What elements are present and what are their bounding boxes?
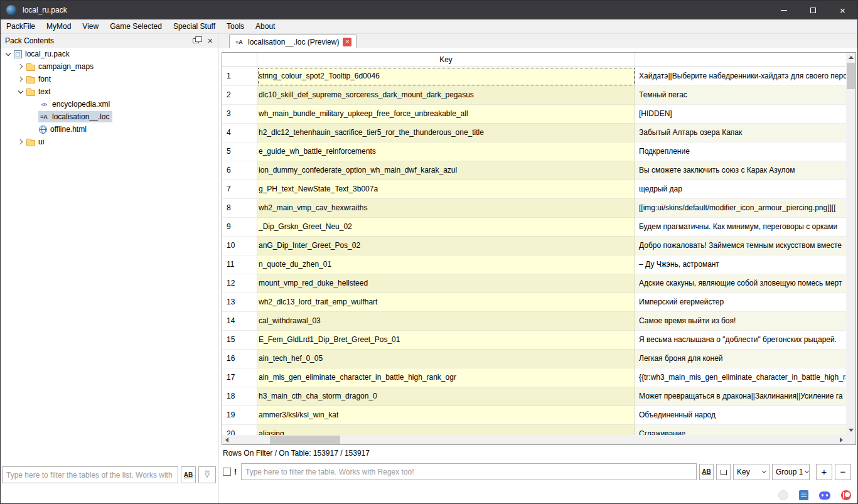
- table-row[interactable]: 18h3_main_cth_cha_storm_dragon_0Может пр…: [222, 387, 846, 406]
- panel-close-icon[interactable]: ×: [206, 36, 214, 45]
- value-cell[interactable]: Будем прагматичны. Как минимум, перегово…: [635, 218, 846, 237]
- key-cell[interactable]: anG_Dip_Inter_Greet_Pos_02: [257, 237, 635, 255]
- filter-column-select[interactable]: Key: [733, 464, 770, 480]
- table-row[interactable]: 6ion_dummy_confederate_option_wh_main_dw…: [222, 161, 846, 180]
- tree-filter-case-button[interactable]: AB: [181, 466, 196, 483]
- key-cell[interactable]: g_PH_text_NewState_Text_3b007a: [257, 180, 635, 199]
- menu-item-mymod[interactable]: MyMod: [41, 19, 77, 33]
- tree-item-local_ru.pack[interactable]: local_ru.pack: [1, 48, 218, 60]
- tree-filter-input[interactable]: [2, 466, 178, 483]
- menu-item-tools[interactable]: Tools: [221, 19, 250, 33]
- key-cell[interactable]: wh_main_bundle_military_upkeep_free_forc…: [257, 105, 635, 124]
- value-cell[interactable]: Имперский егермейстер: [635, 293, 846, 312]
- value-cell[interactable]: {{tr:wh3_main_mis_gen_eliminate_characte…: [635, 368, 846, 387]
- tree-expand-options-button[interactable]: ▽: [198, 466, 216, 483]
- tree-item-text[interactable]: text: [1, 85, 218, 98]
- manual-icon[interactable]: [799, 490, 808, 500]
- scroll-down-button[interactable]: [846, 426, 855, 435]
- tree-item-font[interactable]: font: [1, 73, 218, 85]
- tab-localisation-loc[interactable]: localisation__.loc (Preview) ×: [229, 35, 357, 48]
- key-cell[interactable]: h3_main_cth_cha_storm_dragon_0: [257, 387, 635, 406]
- value-cell[interactable]: Забытый Алтарь озера Капак: [635, 124, 846, 142]
- key-cell[interactable]: mount_vmp_red_duke_hellsteed: [257, 274, 635, 293]
- menu-item-about[interactable]: About: [250, 19, 281, 33]
- close-button[interactable]: ×: [828, 1, 857, 19]
- key-cell[interactable]: wh2_dlc13_lord_trait_emp_wulfhart: [257, 293, 635, 312]
- table-row[interactable]: 16ain_tech_hef_0_05Легкая броня для коне…: [222, 350, 846, 368]
- key-cell[interactable]: aliasing: [257, 425, 635, 435]
- chevron-right-icon[interactable]: [16, 74, 26, 84]
- key-cell[interactable]: n_quote_du_zhen_01: [257, 255, 635, 274]
- key-cell[interactable]: cal_withdrawal_03: [257, 312, 635, 331]
- table-row[interactable]: 20aliasingСглаживание: [222, 425, 846, 435]
- menu-item-game-selected[interactable]: Game Selected: [104, 19, 168, 33]
- key-cell[interactable]: ain_tech_hef_0_05: [257, 350, 635, 368]
- key-cell[interactable]: ion_dummy_confederate_option_wh_main_dwf…: [257, 161, 635, 180]
- remove-filter-button[interactable]: −: [835, 464, 851, 480]
- scroll-up-button[interactable]: [846, 53, 855, 62]
- table-row[interactable]: 11n_quote_du_zhen_01– Ду Чжэнь, астроман…: [222, 255, 846, 274]
- value-cell[interactable]: Хайдатэ||Выберите набедренники-хайдатэ д…: [635, 67, 846, 86]
- table-row[interactable]: 14cal_withdrawal_03Самое время выйти из …: [222, 312, 846, 331]
- value-cell[interactable]: щедрый дар: [635, 180, 846, 199]
- table-row[interactable]: 17ain_mis_gen_eliminate_character_in_bat…: [222, 368, 846, 387]
- vertical-scrollbar-thumb[interactable]: [847, 63, 855, 89]
- table-row[interactable]: 5e_guide_wh_battle_reinforcementsПодкреп…: [222, 142, 846, 161]
- value-cell[interactable]: Сглаживание: [635, 425, 846, 435]
- value-cell[interactable]: [[img:ui/skins/default/modifier_icon_arm…: [635, 199, 846, 218]
- key-cell[interactable]: ammer3/ksl/ksl_win_kat: [257, 406, 635, 425]
- patreon-icon[interactable]: [841, 490, 851, 500]
- chevron-down-icon[interactable]: [16, 87, 26, 97]
- value-cell[interactable]: – Ду Чжэнь, астромант: [635, 255, 846, 274]
- vertical-scrollbar[interactable]: [846, 53, 855, 435]
- table-row[interactable]: 12mount_vmp_red_duke_hellsteedАдские ска…: [222, 274, 846, 293]
- table-row[interactable]: 3wh_main_bundle_military_upkeep_free_for…: [222, 105, 846, 124]
- value-cell[interactable]: Легкая броня для коней: [635, 350, 846, 368]
- filter-group-select[interactable]: Group 1: [772, 464, 810, 480]
- key-cell[interactable]: dlc10_skill_def_supreme_sorceress_dark_m…: [257, 86, 635, 105]
- horizontal-scrollbar[interactable]: [222, 435, 846, 444]
- menu-item-special-stuff[interactable]: Special Stuff: [168, 19, 221, 33]
- value-cell[interactable]: Самое время выйти из боя!: [635, 312, 846, 331]
- table-row[interactable]: 2dlc10_skill_def_supreme_sorceress_dark_…: [222, 86, 846, 105]
- table-row[interactable]: 9_Dip_Grskn_Greet_Neu_02Будем прагматичн…: [222, 218, 846, 237]
- value-cell[interactable]: Объединенный народ: [635, 406, 846, 425]
- add-filter-button[interactable]: +: [816, 464, 832, 480]
- chevron-right-icon[interactable]: [16, 137, 26, 147]
- tree-item-campaign_maps[interactable]: campaign_maps: [1, 60, 218, 73]
- value-cell[interactable]: Я весьма наслышана о "доблести" бретонск…: [635, 331, 846, 350]
- key-column-header[interactable]: Key: [257, 53, 635, 67]
- table-row[interactable]: 1string_colour_spot2_Tooltip_6d0046Хайда…: [222, 67, 846, 86]
- tree-item-ui[interactable]: ui: [1, 136, 218, 148]
- table-row[interactable]: 7g_PH_text_NewState_Text_3b007aщедрый да…: [222, 180, 846, 199]
- value-cell[interactable]: Может превращаться в дракона||Заклинания…: [635, 387, 846, 406]
- key-cell[interactable]: _Dip_Grskn_Greet_Neu_02: [257, 218, 635, 237]
- chevron-down-icon[interactable]: [3, 49, 13, 59]
- table-row[interactable]: 4h2_dlc12_tehenhauin_sacrifice_tier5_ror…: [222, 124, 846, 142]
- value-cell[interactable]: Добро пожаловать! Займемся темным искусс…: [635, 237, 846, 255]
- tree-item-localisation__.loc[interactable]: localisation__.loc: [1, 110, 218, 123]
- table-row[interactable]: 10anG_Dip_Inter_Greet_Pos_02Добро пожало…: [222, 237, 846, 255]
- key-cell[interactable]: wh2_main_vmp_cav_hexwraiths: [257, 199, 635, 218]
- key-cell[interactable]: string_colour_spot2_Tooltip_6d0046: [257, 67, 635, 86]
- horizontal-scrollbar-thumb[interactable]: [270, 436, 340, 444]
- key-cell[interactable]: ain_mis_gen_eliminate_character_in_battl…: [257, 368, 635, 387]
- scroll-right-button[interactable]: [837, 435, 846, 444]
- discord-icon[interactable]: [819, 491, 830, 500]
- key-cell[interactable]: E_Fem_GldLrd1_Dip_Bret_Greet_Pos_01: [257, 331, 635, 350]
- table-row[interactable]: 8wh2_main_vmp_cav_hexwraiths[[img:ui/ski…: [222, 199, 846, 218]
- menu-item-view[interactable]: View: [77, 19, 104, 33]
- float-panel-icon[interactable]: [193, 38, 199, 43]
- value-column-header[interactable]: [635, 53, 846, 67]
- table-row[interactable]: 15E_Fem_GldLrd1_Dip_Bret_Greet_Pos_01Я в…: [222, 331, 846, 350]
- table-row[interactable]: 19ammer3/ksl/ksl_win_katОбъединенный нар…: [222, 406, 846, 425]
- chevron-right-icon[interactable]: [16, 62, 26, 72]
- value-cell[interactable]: Темный пегас: [635, 86, 846, 105]
- tab-close-icon[interactable]: ×: [343, 38, 351, 46]
- not-filter-checkbox[interactable]: [223, 468, 231, 476]
- tree-item-encyclopedia.xml[interactable]: encyclopedia.xml: [1, 98, 218, 110]
- tree-item-offline.html[interactable]: offline.html: [1, 123, 218, 136]
- table-row[interactable]: 13wh2_dlc13_lord_trait_emp_wulfhartИмпер…: [222, 293, 846, 312]
- scroll-left-button[interactable]: [222, 435, 232, 444]
- value-cell[interactable]: Подкрепление: [635, 142, 846, 161]
